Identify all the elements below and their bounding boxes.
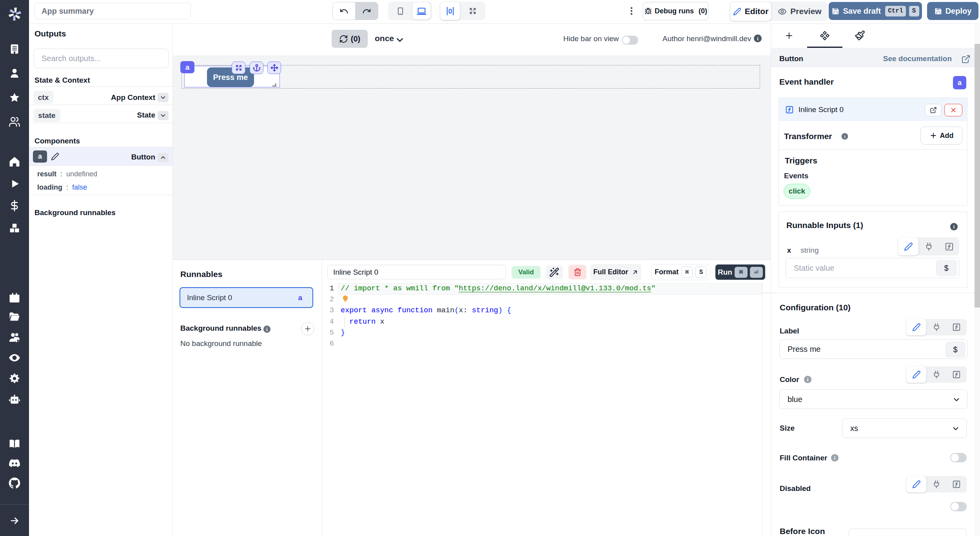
svg-text:i: i — [953, 224, 955, 230]
svg-text:i: i — [834, 455, 836, 461]
svg-text:i: i — [757, 36, 759, 42]
svg-text:i: i — [844, 134, 845, 139]
svg-text:i: i — [807, 377, 809, 382]
